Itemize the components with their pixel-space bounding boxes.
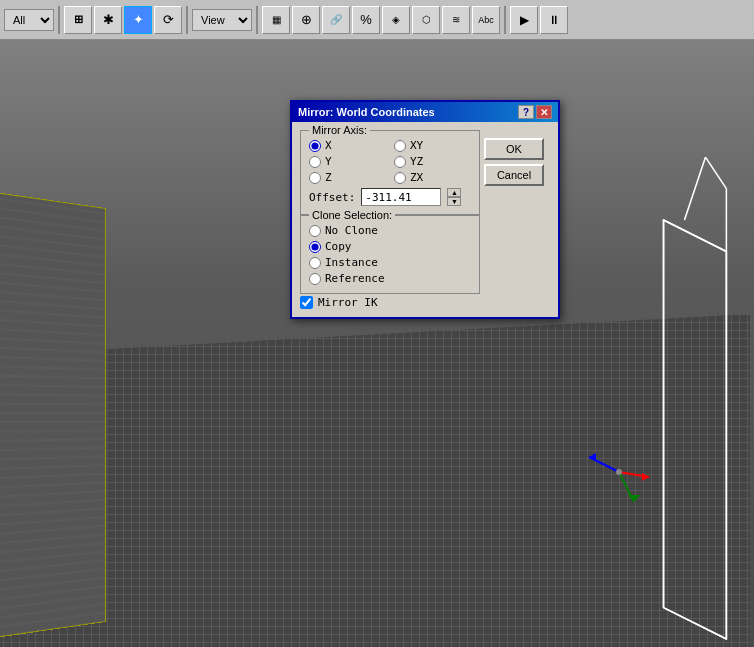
mirror-dialog: Mirror: World Coordinates ? ✕ Mirror Axi… (290, 100, 560, 319)
svg-line-4 (664, 608, 727, 639)
clone-instance-radio[interactable] (309, 257, 321, 269)
mirror-axis-legend: Mirror Axis: (309, 124, 370, 136)
axis-z-row: Z (309, 171, 386, 184)
separator-4 (504, 6, 506, 34)
titlebar-buttons: ? ✕ (518, 105, 552, 119)
axis-x-row: X (309, 139, 386, 152)
toolbar-btn-7[interactable]: 🔗 (322, 6, 350, 34)
axis-xy-label[interactable]: XY (410, 139, 423, 152)
axis-z-radio[interactable] (309, 172, 321, 184)
toolbar-btn-9[interactable]: ◈ (382, 6, 410, 34)
offset-input[interactable] (361, 188, 441, 206)
dialog-content: Mirror Axis: X XY (300, 130, 550, 309)
separator-3 (256, 6, 258, 34)
toolbar-btn-2[interactable]: ✱ (94, 6, 122, 34)
svg-marker-11 (628, 495, 640, 502)
axis-zx-row: ZX (394, 171, 471, 184)
toolbar: All ⊞ ✱ ✦ ⟳ View ▦ ⊕ 🔗 % ◈ ⬡ ≋ Abc ▶ ⏸ (0, 0, 754, 40)
offset-label: Offset: (309, 191, 355, 204)
toolbar-btn-8[interactable]: % (352, 6, 380, 34)
cancel-button[interactable]: Cancel (484, 164, 544, 186)
toolbar-btn-11[interactable]: ≋ (442, 6, 470, 34)
toolbar-btn-rect[interactable]: ⊞ (64, 6, 92, 34)
axis-xy-radio[interactable] (394, 140, 406, 152)
close-button[interactable]: ✕ (536, 105, 552, 119)
right-wireframe (619, 220, 729, 647)
clone-reference-row: Reference (309, 272, 471, 285)
dialog-title: Mirror: World Coordinates (298, 106, 435, 118)
filter-dropdown[interactable]: All (4, 9, 54, 31)
axis-yz-radio[interactable] (394, 156, 406, 168)
axis-z-label[interactable]: Z (325, 171, 332, 184)
clone-instance-row: Instance (309, 256, 471, 269)
left-panel (0, 191, 106, 638)
clone-reference-radio[interactable] (309, 273, 321, 285)
axis-y-label[interactable]: Y (325, 155, 332, 168)
axis-radio-grid: X XY Y (309, 139, 471, 184)
mirror-ik-row: Mirror IK (300, 296, 480, 309)
clone-none-row: No Clone (309, 224, 471, 237)
axis-gizmo (584, 437, 654, 507)
clone-none-radio[interactable] (309, 225, 321, 237)
toolbar-btn-6[interactable]: ⊕ (292, 6, 320, 34)
svg-line-1 (664, 220, 727, 251)
offset-spinner: ▲ ▼ (447, 188, 461, 206)
axis-x-radio[interactable] (309, 140, 321, 152)
dialog-titlebar[interactable]: Mirror: World Coordinates ? ✕ (292, 102, 558, 122)
toolbar-btn-5[interactable]: ▦ (262, 6, 290, 34)
axis-xy-row: XY (394, 139, 471, 152)
clone-options-list: No Clone Copy Instance (309, 224, 471, 285)
clone-copy-radio[interactable] (309, 241, 321, 253)
mirror-ik-checkbox[interactable] (300, 296, 313, 309)
svg-point-14 (616, 469, 622, 475)
clone-copy-row: Copy (309, 240, 471, 253)
toolbar-btn-3[interactable]: ✦ (124, 6, 152, 34)
separator-1 (58, 6, 60, 34)
view-dropdown[interactable]: View (192, 9, 252, 31)
dialog-buttons: OK Cancel (484, 130, 550, 309)
axis-yz-label[interactable]: YZ (410, 155, 423, 168)
dialog-body: Mirror Axis: X XY (292, 122, 558, 317)
spinner-up[interactable]: ▲ (447, 188, 461, 197)
axis-y-radio[interactable] (309, 156, 321, 168)
clone-copy-label[interactable]: Copy (325, 240, 352, 253)
viewport: Mirror: World Coordinates ? ✕ Mirror Axi… (0, 40, 754, 647)
axis-yz-row: YZ (394, 155, 471, 168)
spinner-down[interactable]: ▼ (447, 197, 461, 206)
toolbar-btn-10[interactable]: ⬡ (412, 6, 440, 34)
toolbar-btn-12[interactable]: Abc (472, 6, 500, 34)
axis-x-label[interactable]: X (325, 139, 332, 152)
help-button[interactable]: ? (518, 105, 534, 119)
axis-zx-label[interactable]: ZX (410, 171, 423, 184)
offset-row: Offset: ▲ ▼ (309, 188, 471, 206)
mirror-ik-label[interactable]: Mirror IK (318, 296, 378, 309)
mirror-axis-group: Mirror Axis: X XY (300, 130, 480, 215)
ok-button[interactable]: OK (484, 138, 544, 160)
axis-y-row: Y (309, 155, 386, 168)
separator-2 (186, 6, 188, 34)
toolbar-btn-4[interactable]: ⟳ (154, 6, 182, 34)
axis-zx-radio[interactable] (394, 172, 406, 184)
toolbar-btn-14[interactable]: ⏸ (540, 6, 568, 34)
clone-instance-label[interactable]: Instance (325, 256, 378, 269)
clone-reference-label[interactable]: Reference (325, 272, 385, 285)
svg-marker-9 (642, 473, 649, 481)
toolbar-btn-13[interactable]: ▶ (510, 6, 538, 34)
svg-marker-0 (664, 220, 727, 639)
dialog-left-panel: Mirror Axis: X XY (300, 130, 480, 309)
clone-none-label[interactable]: No Clone (325, 224, 378, 237)
clone-legend: Clone Selection: (309, 209, 395, 221)
clone-selection-group: Clone Selection: No Clone Copy (300, 215, 480, 294)
